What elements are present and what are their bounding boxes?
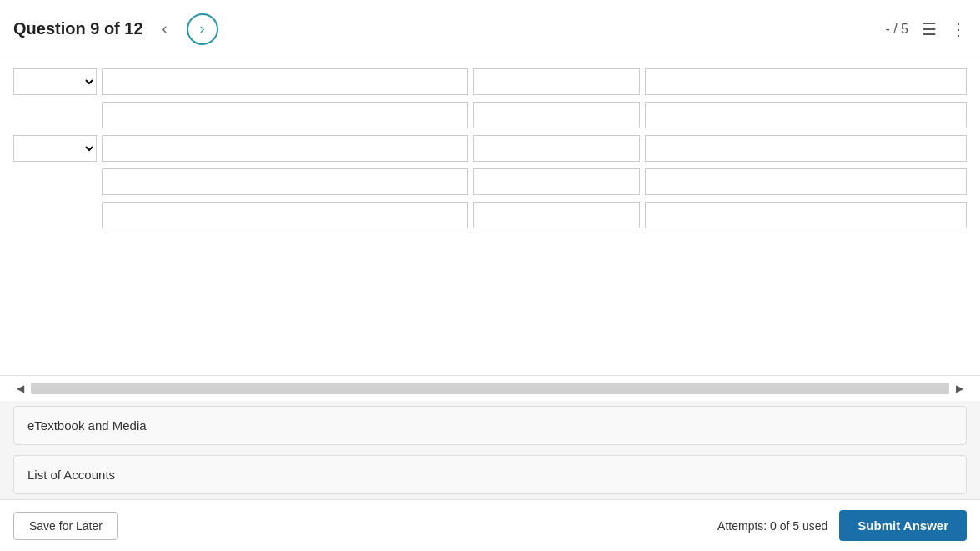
row4-input2[interactable] xyxy=(473,168,640,195)
row4-input3[interactable] xyxy=(645,168,967,195)
etextbook-section: eTextbook and Media xyxy=(13,406,967,445)
row2-input2[interactable] xyxy=(473,102,640,128)
row5-input3[interactable] xyxy=(645,202,967,228)
row4-input1[interactable] xyxy=(102,168,468,195)
row2-input1[interactable] xyxy=(102,102,468,128)
form-area xyxy=(0,58,980,375)
score-label: - / 5 xyxy=(885,22,908,37)
list-of-accounts-header[interactable]: List of Accounts xyxy=(14,456,966,493)
row1-select[interactable] xyxy=(13,68,97,95)
row1-input3[interactable] xyxy=(645,68,967,95)
row5-input2[interactable] xyxy=(473,202,640,228)
bottom-right: Attempts: 0 of 5 used Submit Answer xyxy=(718,510,967,541)
scroll-left-button[interactable]: ◀ xyxy=(13,381,28,396)
row3-input2[interactable] xyxy=(473,135,640,162)
more-options-icon[interactable]: ⋮ xyxy=(950,19,967,39)
row3-input3[interactable] xyxy=(645,135,967,162)
row5-input1[interactable] xyxy=(102,202,468,228)
table-row xyxy=(13,102,967,128)
table-row xyxy=(13,168,967,195)
save-later-button[interactable]: Save for Later xyxy=(13,512,118,540)
header: Question 9 of 12 ‹ › - / 5 ☰ ⋮ xyxy=(0,0,980,58)
form-rows xyxy=(13,68,967,228)
row3-input1[interactable] xyxy=(102,135,468,162)
horizontal-scrollbar: ◀ ▶ xyxy=(0,375,980,401)
row2-input3[interactable] xyxy=(645,102,967,128)
scroll-right-button[interactable]: ▶ xyxy=(952,381,967,396)
table-row xyxy=(13,68,967,95)
next-question-button[interactable]: › xyxy=(187,13,218,45)
list-of-accounts-section: List of Accounts xyxy=(13,455,967,494)
row1-input1[interactable] xyxy=(102,68,468,95)
submit-answer-button[interactable]: Submit Answer xyxy=(839,510,967,541)
row1-input2[interactable] xyxy=(473,68,640,95)
etextbook-header[interactable]: eTextbook and Media xyxy=(14,407,966,444)
list-icon[interactable]: ☰ xyxy=(922,19,937,39)
table-row xyxy=(13,202,967,228)
question-title: Question 9 of 12 xyxy=(13,19,143,38)
row3-select[interactable] xyxy=(13,135,97,162)
header-right: - / 5 ☰ ⋮ xyxy=(885,19,967,39)
table-row xyxy=(13,135,967,162)
main-content: ◀ ▶ eTextbook and Media List of Accounts… xyxy=(0,58,980,551)
bottom-bar: Save for Later Attempts: 0 of 5 used Sub… xyxy=(0,499,980,551)
scrollbar-track[interactable] xyxy=(31,383,949,394)
attempts-label: Attempts: 0 of 5 used xyxy=(718,519,828,533)
prev-question-button[interactable]: ‹ xyxy=(152,16,178,43)
header-left: Question 9 of 12 ‹ › xyxy=(13,13,218,45)
